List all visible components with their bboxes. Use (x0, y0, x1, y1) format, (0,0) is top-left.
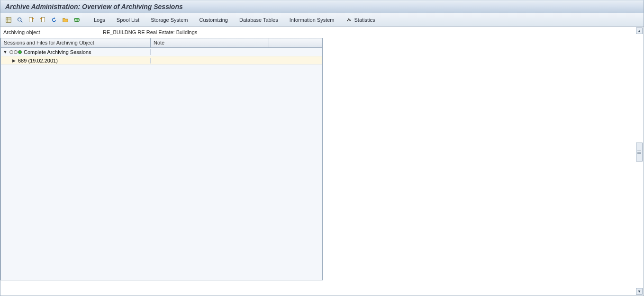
tree-label: Complete Archiving Sessions (24, 49, 91, 55)
doc-out-icon[interactable] (37, 15, 48, 25)
grid-header: Sessions and Files for Archiving Object … (1, 38, 322, 48)
scroll-up-button[interactable]: ▲ (636, 27, 643, 34)
database-tables-link[interactable]: Database Tables (234, 15, 283, 25)
tree-body: ▼ Complete Archiving Sessions ▶ 689 (19.… (1, 48, 322, 280)
svg-text:Job: Job (74, 18, 79, 21)
archiving-object-label: Archiving object (3, 29, 103, 35)
layout-icon[interactable] (3, 15, 14, 25)
spool-list-link[interactable]: Spool List (111, 15, 145, 25)
archiving-object-value: RE_BUILDNG RE Real Estate: Buildings (103, 29, 197, 35)
svg-line-4 (21, 20, 23, 22)
col-empty-header[interactable] (269, 38, 322, 47)
page-title: Archive Administration: Overview of Arch… (5, 3, 183, 10)
title-bar: Archive Administration: Overview of Arch… (0, 0, 644, 13)
search-icon[interactable] (15, 15, 25, 25)
information-system-link[interactable]: Information System (284, 15, 340, 25)
folder-icon[interactable] (60, 15, 71, 25)
doc-in-icon[interactable] (26, 15, 36, 25)
statistics-label: Statistics (354, 17, 375, 23)
content-area: ▲ Archiving object RE_BUILDNG RE Real Es… (0, 27, 644, 296)
col-sessions-header[interactable]: Sessions and Files for Archiving Object (1, 38, 151, 47)
toolbar: Job Logs Spool List Storage System Custo… (0, 13, 644, 27)
tree-row-complete-sessions[interactable]: ▼ Complete Archiving Sessions (1, 48, 322, 56)
tree-label: 689 (19.02.2001) (18, 58, 58, 63)
traffic-light-icon (9, 50, 22, 54)
statistics-link[interactable]: Statistics (340, 15, 380, 25)
sessions-tree: Sessions and Files for Archiving Object … (0, 38, 323, 280)
svg-rect-6 (41, 17, 45, 22)
storage-system-link[interactable]: Storage System (145, 15, 193, 25)
expand-icon[interactable]: ▶ (11, 58, 16, 63)
svg-rect-0 (6, 17, 11, 22)
col-note-header[interactable]: Note (151, 38, 269, 47)
statistics-icon (345, 17, 352, 23)
svg-point-3 (18, 18, 21, 21)
archiving-object-row: Archiving object RE_BUILDNG RE Real Esta… (0, 27, 644, 38)
scroll-grip[interactable] (636, 143, 643, 161)
collapse-icon[interactable]: ▼ (3, 50, 8, 54)
svg-rect-5 (29, 17, 33, 22)
job-icon[interactable]: Job (72, 15, 82, 25)
logs-link[interactable]: Logs (89, 15, 110, 25)
tree-row-689[interactable]: ▶ 689 (19.02.2001) (1, 56, 322, 65)
scroll-down-button[interactable]: ▼ (636, 288, 643, 295)
customizing-link[interactable]: Customizing (194, 15, 233, 25)
refresh-icon[interactable] (49, 15, 59, 25)
